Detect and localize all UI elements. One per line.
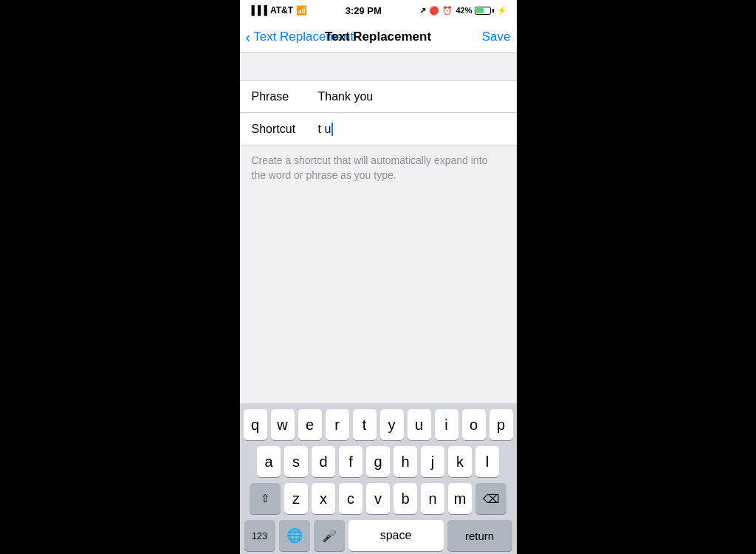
- delete-key[interactable]: ⌫: [475, 483, 506, 514]
- battery-label: 42%: [456, 6, 472, 15]
- alarm-icon: ⏰: [442, 6, 453, 16]
- shortcut-row: Shortcut t u: [240, 113, 517, 146]
- key-u[interactable]: u: [408, 409, 431, 440]
- phrase-row: Phrase Thank you: [240, 81, 517, 113]
- wifi-icon: 📶: [296, 5, 307, 16]
- key-g[interactable]: g: [366, 446, 390, 477]
- nav-bar: ‹ Text Replacement Text Replacement Save: [240, 21, 517, 53]
- key-s[interactable]: s: [284, 446, 308, 477]
- phrase-value[interactable]: Thank you: [318, 90, 505, 103]
- key-t[interactable]: t: [353, 409, 377, 440]
- key-o[interactable]: o: [462, 409, 486, 440]
- phrase-label: Phrase: [252, 90, 318, 103]
- description-area: Create a shortcut that will automaticall…: [240, 146, 517, 403]
- content-area: Phrase Thank you Shortcut t u Create a s…: [240, 53, 517, 403]
- charging-icon: ⚡: [497, 6, 507, 16]
- shift-key[interactable]: ⇧: [250, 483, 281, 514]
- keyboard-row-2: a s d f g h j k l: [242, 446, 515, 477]
- keyboard-row-3: ⇧ z x c v b n m ⌫: [242, 483, 515, 514]
- shortcut-value: t u: [318, 123, 331, 136]
- carrier-label: AT&T: [270, 5, 293, 16]
- key-p[interactable]: p: [489, 409, 513, 440]
- time-display: 3:29 PM: [346, 5, 382, 16]
- numbers-key[interactable]: 123: [244, 520, 275, 551]
- space-key[interactable]: space: [348, 520, 444, 551]
- globe-key[interactable]: 🌐: [279, 520, 310, 551]
- phone-container: ▐▐▐ AT&T 📶 3:29 PM ↗ 🔴 ⏰ 42% ⚡ ‹ Text Re…: [240, 0, 517, 554]
- key-i[interactable]: i: [435, 409, 458, 440]
- back-chevron-icon: ‹: [246, 30, 251, 44]
- key-c[interactable]: c: [339, 483, 362, 514]
- shortcut-label: Shortcut: [252, 123, 318, 136]
- key-z[interactable]: z: [284, 483, 308, 514]
- top-spacer: [240, 53, 517, 80]
- nav-title: Text Replacement: [325, 30, 431, 44]
- keyboard-row-4: 123 🌐 🎤 space return: [242, 520, 515, 551]
- key-b[interactable]: b: [394, 483, 417, 514]
- microphone-key[interactable]: 🎤: [314, 520, 345, 551]
- status-bar: ▐▐▐ AT&T 📶 3:29 PM ↗ 🔴 ⏰ 42% ⚡: [240, 0, 517, 21]
- form-section: Phrase Thank you Shortcut t u: [240, 80, 517, 146]
- key-e[interactable]: e: [298, 409, 322, 440]
- save-button[interactable]: Save: [482, 30, 511, 44]
- description-text: Create a shortcut that will automaticall…: [252, 154, 505, 182]
- text-cursor: [331, 123, 333, 136]
- key-v[interactable]: v: [366, 483, 390, 514]
- battery-icon: [475, 7, 494, 15]
- keyboard: q w e r t y u i o p a s d f g h j k l ⇧ …: [240, 403, 517, 554]
- bluetooth-icon: 🔴: [429, 6, 439, 16]
- key-h[interactable]: h: [394, 446, 417, 477]
- keyboard-row-1: q w e r t y u i o p: [242, 409, 515, 440]
- key-x[interactable]: x: [312, 483, 335, 514]
- key-y[interactable]: y: [380, 409, 404, 440]
- location-icon: ↗: [419, 6, 426, 16]
- key-a[interactable]: a: [257, 446, 281, 477]
- key-w[interactable]: w: [271, 409, 295, 440]
- status-right: ↗ 🔴 ⏰ 42% ⚡: [419, 6, 507, 16]
- signal-icon: ▐▐▐: [249, 5, 268, 16]
- key-k[interactable]: k: [448, 446, 472, 477]
- status-left: ▐▐▐ AT&T 📶: [249, 5, 308, 16]
- key-j[interactable]: j: [421, 446, 444, 477]
- key-m[interactable]: m: [448, 483, 472, 514]
- key-f[interactable]: f: [339, 446, 362, 477]
- key-n[interactable]: n: [421, 483, 444, 514]
- return-key[interactable]: return: [447, 520, 512, 551]
- key-l[interactable]: l: [475, 446, 499, 477]
- key-q[interactable]: q: [244, 409, 267, 440]
- shortcut-input-wrapper[interactable]: t u: [318, 123, 505, 136]
- key-d[interactable]: d: [312, 446, 335, 477]
- key-r[interactable]: r: [326, 409, 349, 440]
